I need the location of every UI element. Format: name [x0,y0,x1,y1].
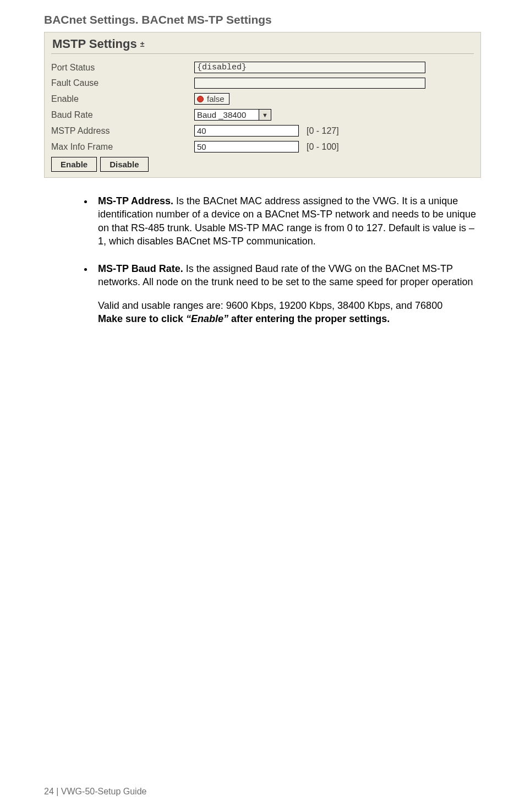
baud-rate-select[interactable]: Baud _38400 ▼ [194,109,271,121]
bullet-2-p2b-prefix: Make sure to click [98,313,186,324]
label-baud-rate: Baud Rate [51,110,194,120]
button-row: Enable Disable [51,157,474,172]
bullet-2-p2b-em: “Enable” [186,313,228,324]
body-text: MS-TP Address. Is the BACnet MAC address… [44,194,481,325]
mstp-address-range: [0 - 127] [307,126,339,136]
row-max-info-frame: Max Info Frame [0 - 100] [51,141,474,152]
label-port-status: Port Status [51,63,194,73]
value-port-status: {disabled} [194,62,425,73]
section-heading: BACnet Settings. BACnet MS-TP Settings [44,13,481,26]
bullet-2-p2b-suffix: after entering the proper settings. [228,313,390,324]
enable-button[interactable]: Enable [51,157,97,172]
chevron-down-icon[interactable]: ▼ [259,109,271,121]
max-info-frame-range: [0 - 100] [307,142,339,152]
value-fault-cause [194,78,425,89]
bullet-1-title: MS-TP Address. [98,195,173,206]
bullet-2-p2a: Valid and usable ranges are: 9600 Kbps, … [98,300,442,311]
label-mstp-address: MSTP Address [51,126,194,136]
label-fault-cause: Fault Cause [51,78,194,88]
label-max-info-frame: Max Info Frame [51,142,194,152]
row-mstp-address: MSTP Address [0 - 127] [51,125,474,137]
status-dot-icon [197,96,204,102]
bullet-2-title: MS-TP Baud Rate. [98,263,183,274]
row-enable: Enable false [51,93,474,105]
disable-button[interactable]: Disable [100,157,148,172]
baud-rate-value: Baud _38400 [194,109,259,121]
enable-status-text: false [207,94,225,103]
panel-title-row: MSTP Settings ± [51,32,474,54]
collapse-icon[interactable]: ± [140,40,145,48]
mstp-settings-panel: MSTP Settings ± Port Status {disabled} F… [44,32,481,178]
row-port-status: Port Status {disabled} [51,62,474,73]
label-enable: Enable [51,94,194,104]
bullet-mstp-baud-rate: MS-TP Baud Rate. Is the assigned Baud ra… [94,262,481,325]
bullet-mstp-address: MS-TP Address. Is the BACnet MAC address… [94,194,481,248]
max-info-frame-input[interactable] [194,141,299,152]
mstp-address-input[interactable] [194,125,299,137]
row-fault-cause: Fault Cause [51,78,474,89]
panel-title: MSTP Settings [52,37,137,51]
row-baud-rate: Baud Rate Baud _38400 ▼ [51,109,474,121]
enable-status[interactable]: false [194,93,229,105]
